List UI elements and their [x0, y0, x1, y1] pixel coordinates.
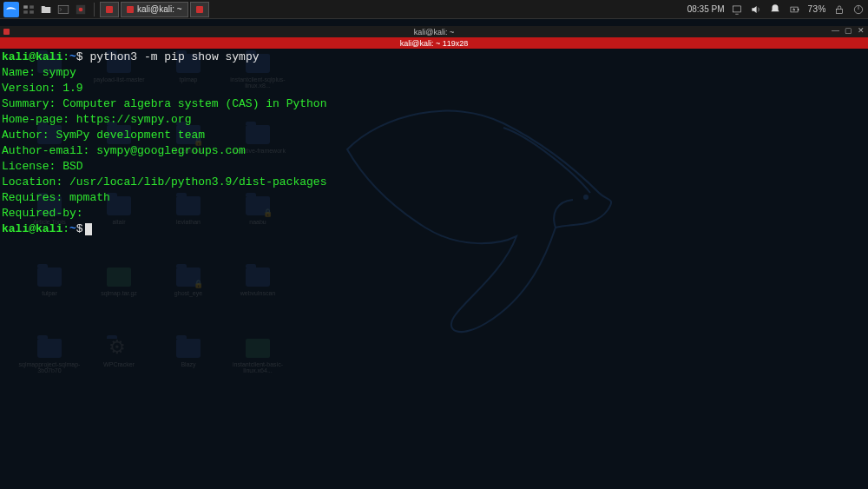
clock[interactable]: 08:35 PM	[687, 4, 725, 14]
desktop-item-label: ghost_eye	[174, 290, 202, 296]
task-dot-icon	[196, 6, 203, 13]
svg-point-6	[79, 7, 83, 11]
lock-icon[interactable]	[833, 3, 845, 16]
desktop-item[interactable]: ghost_eye	[155, 268, 222, 335]
desktop-item-label: tulpar	[42, 290, 57, 296]
desktop-item[interactable]: instantclient-basic-linux.x64...	[224, 339, 292, 406]
terminal-output: Name: sympyVersion: 1.9Summary: Computer…	[2, 65, 866, 221]
desktop-item-label: WPCracker	[103, 361, 135, 367]
terminal-size-label: kali@kali: ~ 119x28	[400, 39, 468, 48]
prompt-path: ~	[69, 222, 76, 235]
task-dot-icon	[127, 6, 134, 13]
svg-rect-0	[23, 5, 28, 9]
terminal-window: kali@kali: ~ — ▢ ✕ kali@kali: ~ 119x28 k…	[0, 26, 868, 226]
folder-icon	[37, 268, 62, 287]
notifications-icon[interactable]	[769, 3, 781, 16]
task-dot-icon	[106, 6, 113, 13]
desktop-item[interactable]: WPCracker	[85, 339, 153, 406]
svg-rect-3	[30, 10, 34, 14]
terminal-output-line: Author: SymPy development team	[2, 128, 866, 143]
terminal-size-bar: kali@kali: ~ 119x28	[0, 37, 868, 49]
desktop-item-label: webvulnscan	[240, 290, 275, 296]
terminal-output-line: Version: 1.9	[2, 81, 866, 96]
cursor	[85, 223, 92, 235]
terminal-line: kali@kali:~$ python3 -m pip show sympy	[2, 50, 866, 65]
desktop-item[interactable]: tulpar	[16, 268, 83, 335]
terminal-output-line: License: BSD	[2, 159, 866, 175]
svg-rect-2	[23, 10, 28, 14]
window-title: kali@kali: ~	[414, 28, 454, 36]
prompt-userhost: kali@kali	[2, 50, 62, 63]
svg-rect-7	[733, 5, 741, 11]
folder-icon	[246, 268, 270, 287]
desktop-item[interactable]: sqlmap.tar.gz	[85, 268, 153, 335]
desktop: payload-list-mastertplmapinstantclient-s…	[0, 19, 868, 489]
titlebar-app-icon	[3, 29, 10, 35]
folder-icon	[176, 268, 201, 287]
battery-charging-icon[interactable]	[788, 3, 800, 16]
battery-percentage: 73%	[807, 4, 826, 14]
desktop-item-label: sqlmap.tar.gz	[101, 290, 137, 296]
desktop-item-label: instantclient-basic-linux.x64...	[224, 361, 292, 373]
terminal-output-line: Name: sympy	[2, 65, 866, 81]
terminal-line: kali@kali:~$	[2, 221, 866, 237]
desktop-item[interactable]: webvulnscan	[224, 268, 292, 335]
desktop-item-label: Blazy	[181, 361, 195, 367]
terminal-body[interactable]: kali@kali:~$ python3 -m pip show sympy N…	[0, 49, 868, 238]
svg-rect-1	[30, 5, 34, 9]
svg-rect-9	[799, 8, 799, 10]
command-text: python3 -m pip show sympy	[89, 50, 259, 63]
volume-icon[interactable]	[750, 3, 762, 16]
window-buttons: — ▢ ✕	[832, 26, 865, 35]
file-icon	[107, 268, 131, 287]
taskbar: kali@kali: ~ 08:35 PM 73%	[0, 0, 868, 19]
svg-rect-4	[58, 5, 69, 13]
taskbar-right: 08:35 PM 73%	[687, 3, 865, 16]
terminal-output-line: Home-page: https://sympy.org	[2, 112, 866, 128]
desktop-item[interactable]: sqlmapproject-sqlmap-3b07b70	[16, 339, 83, 406]
terminal-output-line: Author-email: sympy@googlegroups.com	[2, 143, 866, 159]
prompt-sep: :	[62, 222, 69, 235]
display-icon[interactable]	[731, 3, 743, 16]
power-icon[interactable]	[852, 3, 865, 16]
desktop-item-label: sqlmapproject-sqlmap-3b07b70	[16, 361, 83, 373]
folder-icon	[176, 339, 201, 358]
desktop-item[interactable]: Blazy	[155, 339, 222, 406]
taskbar-separator	[94, 3, 95, 17]
kali-menu-icon[interactable]	[3, 2, 19, 17]
prompt-symbol: $	[76, 50, 83, 63]
window-titlebar[interactable]: kali@kali: ~ — ▢ ✕	[0, 26, 868, 37]
close-button[interactable]: ✕	[858, 26, 865, 35]
terminal-output-line: Summary: Computer algebra system (CAS) i…	[2, 96, 866, 112]
maximize-button[interactable]: ▢	[845, 26, 852, 35]
files-icon[interactable]	[38, 2, 54, 17]
folder-icon	[37, 339, 62, 358]
workspace-icon[interactable]	[21, 2, 36, 17]
prompt-userhost: kali@kali	[2, 222, 62, 235]
taskbar-task-extra[interactable]	[190, 2, 209, 17]
gear-icon	[107, 339, 131, 358]
prompt-symbol: $	[76, 222, 83, 235]
file-icon	[246, 339, 270, 358]
terminal-output-line: Required-by:	[2, 206, 866, 221]
taskbar-left: kali@kali: ~	[3, 2, 209, 17]
svg-rect-10	[837, 9, 843, 13]
terminal-output-line: Location: /usr/local/lib/python3.9/dist-…	[2, 175, 866, 190]
prompt-path: ~	[69, 50, 76, 63]
terminal-output-line: Requires: mpmath	[2, 190, 866, 206]
minimize-button[interactable]: —	[832, 26, 839, 35]
editor-icon[interactable]	[73, 2, 89, 17]
terminal-icon[interactable]	[56, 2, 71, 17]
taskbar-task-label: kali@kali: ~	[137, 4, 182, 14]
taskbar-task-thumbnail[interactable]	[100, 2, 119, 17]
prompt-sep: :	[62, 50, 69, 63]
taskbar-task-terminal[interactable]: kali@kali: ~	[121, 2, 188, 17]
